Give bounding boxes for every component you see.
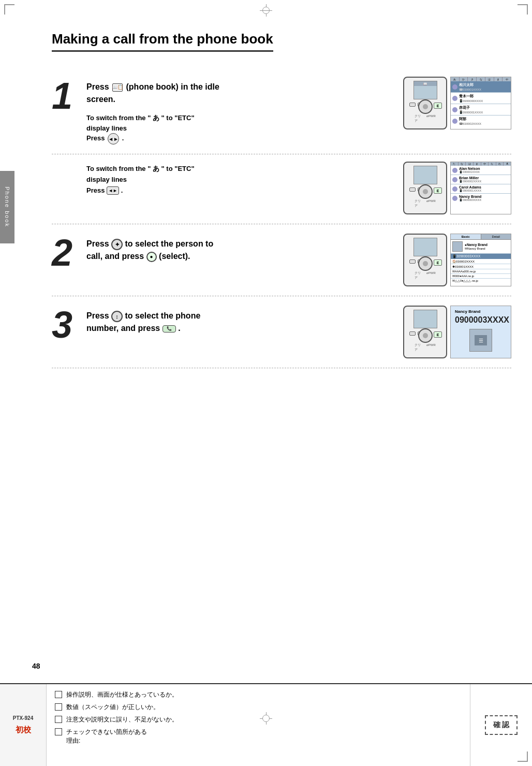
detail-item-1: 🏠030002XXXX (451, 259, 511, 264)
contact-photo (452, 241, 463, 252)
contact-row-2: 青木一郎 📱0900000XXXX (451, 93, 511, 104)
step-1-switch-label: To switch from the " あ " to "ETC"display… (86, 114, 195, 132)
phone-book-screen-1b: た な は ま や ら わ A Alan Nelson 📱030001XXXX (450, 162, 511, 214)
step-3-press: Press (86, 311, 111, 320)
contact-name-2: 青木一郎 (459, 94, 483, 99)
step-1-period: . (122, 134, 124, 142)
contact-row-1-highlighted: 相川太郎 ☎030001XXXX (451, 81, 511, 93)
lr-icon: ◄► (107, 186, 119, 195)
step-1-images: 📖 E クリア ⌀PWR (403, 77, 511, 129)
contact-avatar-1 (452, 84, 457, 90)
main-content: Making a call from the phone book 1 Pres… (52, 31, 511, 389)
step-1-subtext: To switch from the " あ " to "ETC"display… (86, 113, 397, 144)
check-item-3: 注意文や説明文に誤り、不足がないか。 (55, 715, 462, 724)
phone-nav-1 (418, 99, 433, 114)
detail-item-5: ✉△△0●△△△.ne.jp (451, 279, 511, 283)
footer-checklist: 操作説明、画面が仕様とあっているか。 数値（スペック値）が正しいか。 注意文や説… (47, 684, 470, 766)
confirm-box: 確 認 (485, 715, 518, 735)
step-2-section: 2 Press ✦ to select the person tocall, a… (52, 224, 511, 296)
phone-nav-3 (418, 328, 433, 343)
step-2-images: E クリア ⌀PWR Basic Detail ●Nancy (403, 234, 511, 286)
contact-row-3: 赤花子 📱0900001XXXX (451, 104, 511, 115)
check-item-1: 操作説明、画面が仕様とあっているか。 (55, 690, 462, 699)
checkbox-2[interactable] (55, 703, 62, 711)
step-1b-text: To switch from the " あ " to "ETC"display… (86, 162, 403, 196)
step-1-label-rest: (phone book) in the idle (126, 82, 219, 91)
model-number: PTX-924 (13, 715, 33, 721)
hatsu-ko-label: 初校 (16, 725, 31, 735)
eng-contact-row-2: Brian Miller 📱0900002XXXX (451, 175, 511, 184)
phone-screen-1: 📖 (413, 81, 437, 99)
phone-btn-left (409, 103, 416, 107)
side-tab-phone-book: Phone book (0, 171, 14, 243)
step-3-period: . (178, 324, 180, 333)
detail-item-3: ✉AAAAa000.ne.jp (451, 269, 511, 274)
check-label-1: 操作説明、画面が仕様とあっているか。 (66, 690, 178, 699)
lr-nav-icon: ◄► (108, 133, 119, 144)
step-1-text: Press 📖 (phone book) in the idle screen.… (86, 77, 397, 144)
phone-btn-l1b (409, 187, 416, 192)
check-item-4: チェックできない箇所がある理由: (55, 728, 462, 745)
step-1-press-label: Press (86, 82, 111, 91)
step-3-content: Press ↕ to select the phonenumber, and p… (86, 306, 511, 358)
phone-e-btn-2: E (434, 259, 442, 266)
checkbox-1[interactable] (55, 691, 62, 698)
step-1-number: 1 (52, 79, 80, 113)
call-icon-box: ☰ (469, 329, 492, 352)
step-1-instruction: Press 📖 (phone book) in the idle screen. (86, 81, 397, 106)
phone-book-icon: 📖 (112, 83, 123, 92)
step-1b-press: Press (86, 186, 107, 194)
detail-tabs: Basic Detail (451, 234, 511, 240)
detail-item-4: ✉000●AAA.ne.jp (451, 274, 511, 279)
caller-name: Nancy Brand (455, 309, 507, 314)
detail-screen: Basic Detail ●Nancy Brand ✉Nancy Brand 📱… (450, 234, 511, 286)
bottom-crosshair (260, 712, 272, 725)
contact-row-4: 阿部 ☎630002XXXX (451, 115, 511, 126)
step-3-call-icon: 📞 (162, 325, 176, 333)
step-2-press: Press (86, 239, 111, 248)
contact-name-4: 阿部 (459, 117, 481, 122)
step-2-select-icon: ● (146, 252, 157, 262)
phone-book-screen-1: あ か さ な は ま や 相川太郎 ☎030001XXXX (450, 77, 511, 129)
contact-name-1: 相川太郎 (459, 82, 481, 88)
contact-avatar-4 (452, 119, 457, 124)
detail-item-2: ✱030001XXXX (451, 264, 511, 269)
contact-info-1: 相川太郎 ☎030001XXXX (459, 82, 481, 91)
contact-info-2: 青木一郎 📱0900000XXXX (459, 94, 483, 103)
kana-tabs-row-1b: た な は ま や ら わ A (451, 162, 511, 166)
phone-nav-2 (418, 256, 433, 271)
call-screen: Nancy Brand 0900003XXXX ☰ (450, 306, 511, 358)
check-item-2: 数値（スペック値）が正しいか。 (55, 703, 462, 712)
check-label-4: チェックできない箇所がある理由: (66, 728, 147, 745)
phone-e-btn-1b: E (434, 187, 442, 194)
detail-phone-main: 📱30900003XXXX (451, 254, 511, 259)
checkbox-4[interactable] (55, 728, 62, 735)
caller-number: 0900003XXXX (455, 315, 507, 325)
step-1-content: Press 📖 (phone book) in the idle screen.… (86, 77, 511, 144)
eng-contact-row-1: Alan Nelson 📱030001XXXX (451, 166, 511, 175)
step-2-nav-icon: ✦ (111, 239, 123, 250)
step-2-content: Press ✦ to select the person tocall, and… (86, 234, 511, 286)
phone-device-1b: E クリア ⌀PWR (403, 162, 447, 214)
detail-name: ●Nancy Brand (465, 243, 487, 247)
step-1b-images: E クリア ⌀PWR た な は ま や ら わ A (403, 162, 511, 214)
contact-num-2: 📱0900000XXXX (459, 99, 483, 103)
contact-num-4: ☎630002XXXX (459, 122, 481, 125)
step-1-section: 1 Press 📖 (phone book) in the idle scree… (52, 67, 511, 154)
phone-screen-3 (413, 310, 437, 328)
phone-e-btn: E (434, 103, 442, 109)
step-2-select-label: (select). (159, 252, 190, 261)
contact-avatar-2 (452, 96, 457, 101)
step-2-number: 2 (52, 236, 80, 270)
contact-num-3: 📱0900001XXXX (459, 110, 483, 114)
phone-e-btn-3: E (434, 331, 442, 338)
step-1-press-nav: Press (86, 134, 107, 142)
footer-area: PTX-924 初校 操作説明、画面が仕様とあっているか。 数値（スペック値）が… (0, 683, 532, 766)
detail-avatar-row: ●Nancy Brand ✉Nancy Brand (451, 240, 511, 254)
corner-mark-tr (518, 4, 528, 15)
phone-softkeys-1b: クリア ⌀PWR (415, 199, 436, 208)
checkbox-3[interactable] (55, 716, 62, 723)
contact-info-3: 赤花子 📱0900001XXXX (459, 105, 483, 114)
confirm-area: 確 認 (470, 684, 532, 766)
phone-device-1: 📖 E クリア ⌀PWR (403, 77, 447, 129)
